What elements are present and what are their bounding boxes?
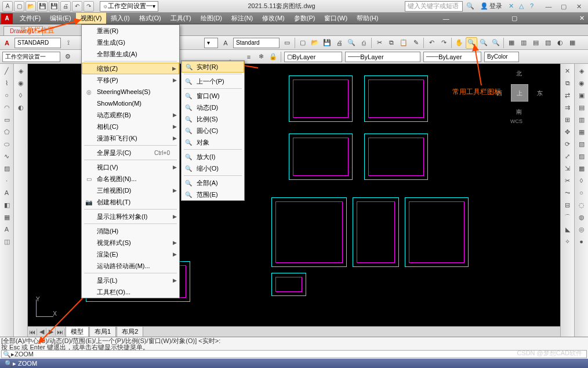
doc-tab[interactable]: Drawing1* (3, 26, 43, 35)
lt-prev-icon[interactable]: ◀ (37, 328, 46, 335)
tb-a-icon[interactable]: A (220, 37, 231, 49)
hatch-icon[interactable]: ▨ (1, 163, 13, 174)
fillet-icon[interactable]: ⌒ (562, 211, 574, 223)
move-icon[interactable]: ✥ (562, 126, 574, 138)
command-line[interactable]: [全部(A)/中心(C)/动态(D)/范围(E)/上一个(P)/比例(S)/窗口… (0, 337, 588, 359)
stretch-icon[interactable]: ⇲ (562, 163, 574, 174)
tb-mark-icon[interactable]: ◐ (554, 37, 566, 49)
m2j-icon[interactable]: ◊ (576, 175, 587, 186)
maximize-button[interactable]: ▢ (557, 2, 571, 11)
menu-item[interactable]: 显示注释性对象(I)▶ (82, 211, 179, 222)
menu-item[interactable]: 🔍缩小(O) (182, 163, 244, 174)
menu-item[interactable]: 🔍放大(I) (182, 151, 244, 163)
menu-item[interactable]: 动态观察(B)▶ (82, 109, 179, 121)
menu-item[interactable]: ▭命名视图(N)... (82, 173, 179, 185)
tb-copy-icon[interactable]: ⧉ (386, 37, 397, 49)
line-icon[interactable]: ╱ (1, 65, 13, 77)
menu-item[interactable]: 🔍窗口(W) (182, 90, 244, 102)
table-icon[interactable]: ▦ (1, 211, 13, 223)
chamfer-icon[interactable]: ◣ (562, 223, 574, 235)
trim-icon[interactable]: ✂ (562, 175, 574, 186)
menu-item[interactable]: 平移(P)▶ (82, 74, 179, 86)
help-search-input[interactable]: 键入关键字或短语 (405, 1, 463, 12)
break-icon[interactable]: ⊟ (562, 199, 574, 211)
tb-zoom-win-icon[interactable]: 🔍 (478, 37, 489, 49)
layer-freeze-icon[interactable]: ❄ (255, 51, 267, 63)
arc-icon[interactable]: ◠ (1, 102, 13, 113)
m2n-icon[interactable]: ◎ (576, 223, 587, 235)
m2b-icon[interactable]: ◉ (576, 77, 587, 89)
save-icon[interactable]: 💾 (37, 1, 48, 12)
color-combo[interactable]: ByColor (484, 52, 519, 62)
layout-tab-2[interactable]: 布局2 (117, 326, 143, 337)
menu-tools[interactable]: 工具(T) (166, 13, 196, 24)
menu-item[interactable]: 运动路径动画(M)... (82, 260, 179, 272)
tool-d-icon[interactable]: ◐ (15, 102, 27, 113)
menu-item[interactable]: 全部重生成(A) (82, 48, 179, 60)
tool-c-icon[interactable]: ◊ (15, 89, 27, 101)
tb-logo-icon[interactable]: A (1, 37, 13, 49)
tb-preview-icon[interactable]: 🔍 (346, 37, 357, 49)
menu-item[interactable]: ShowMotion(M) (82, 98, 179, 109)
app-menu-icon[interactable]: A (2, 1, 13, 12)
m2g-icon[interactable]: ▧ (576, 138, 587, 150)
menu-item[interactable]: 消隐(H) (82, 225, 179, 237)
tb-publish-icon[interactable]: ⎙ (358, 37, 369, 49)
menu-item[interactable]: 🔍全部(A) (182, 177, 244, 189)
menu-item[interactable]: 全屏显示(C)Ctrl+0 (82, 147, 179, 158)
circle-icon[interactable]: ○ (1, 89, 13, 101)
menu-window[interactable]: 窗口(W) (320, 13, 352, 24)
rect-icon[interactable]: ▭ (1, 114, 13, 125)
annoscale-btn[interactable]: ▾ (204, 38, 218, 48)
undo-icon[interactable]: ↶ (72, 1, 82, 12)
menu-item[interactable]: 📷创建相机(T) (82, 196, 179, 208)
print-icon[interactable]: 🖨 (60, 1, 71, 12)
lt-first-icon[interactable]: ⏮ (28, 329, 37, 335)
m2d-icon[interactable]: ▤ (576, 102, 587, 113)
tb-dim-icon[interactable]: ⟟ (63, 37, 74, 49)
offset-icon[interactable]: ⇉ (562, 102, 574, 113)
poly-icon[interactable]: ⬠ (1, 126, 13, 138)
m2a-icon[interactable]: ◈ (576, 65, 587, 77)
mdi-minimize[interactable]: — (441, 14, 452, 23)
exchange-icon[interactable]: ✕ (507, 2, 515, 10)
menu-item[interactable]: 漫游和飞行(K)▶ (82, 132, 179, 144)
ws-gear-icon[interactable]: ⚙ (62, 51, 74, 63)
help-icon[interactable]: ? (528, 2, 536, 10)
menu-edit[interactable]: 编辑(E) (45, 13, 76, 24)
menu-item[interactable]: 缩放(Z)▶ (82, 63, 179, 74)
menu-modify[interactable]: 修改(M) (257, 13, 289, 24)
menu-item[interactable]: 工具栏(O)... (82, 286, 179, 298)
menu-item[interactable]: ◎SteeringWheels(S) (82, 86, 179, 98)
erase-icon[interactable]: ✕ (562, 65, 574, 77)
menu-item[interactable]: 🔍动态(D) (182, 102, 244, 113)
tb-dc-icon[interactable]: ▥ (518, 37, 529, 49)
tb-print-icon[interactable]: 🖨 (333, 37, 345, 49)
layer-combo[interactable]: ▢ ByLayer (284, 52, 342, 62)
menu-item[interactable]: 🔍上一个(P) (182, 75, 244, 87)
menu-item[interactable]: 🔍对象 (182, 136, 244, 148)
lineweight-combo[interactable]: ─── ByLayer (423, 52, 481, 62)
menu-item[interactable]: 三维视图(D)▶ (82, 185, 179, 196)
m2f-icon[interactable]: ▦ (576, 126, 587, 138)
tb-tp-icon[interactable]: ▤ (530, 37, 542, 49)
app-logo-icon[interactable]: A (1, 13, 13, 24)
menu-item[interactable]: 视觉样式(S)▶ (82, 237, 179, 248)
block-icon[interactable]: ◫ (1, 236, 13, 247)
tb-b-icon[interactable]: ▭ (281, 37, 293, 49)
textstyle-combo[interactable]: Standard (233, 38, 280, 48)
open-icon[interactable]: 📂 (26, 1, 36, 12)
layout-tab-1[interactable]: 布局1 (89, 326, 116, 337)
m2o-icon[interactable]: ● (576, 236, 587, 247)
mdi-restore[interactable]: ▢ (509, 13, 520, 23)
tool-b-icon[interactable]: ◉ (15, 77, 27, 89)
tb-pan-icon[interactable]: ✋ (453, 37, 465, 49)
cloud-icon[interactable]: △ (517, 2, 525, 10)
menu-insert[interactable]: 插入(I) (106, 13, 134, 24)
menu-dim[interactable]: 标注(N) (227, 13, 257, 24)
view-cube[interactable]: 北 南 东 西 上 WCS (496, 70, 543, 116)
tb-calc-icon[interactable]: ▦ (567, 37, 578, 49)
lt-last-icon[interactable]: ⏭ (56, 329, 65, 335)
layer-btn-icon[interactable]: ≡ (243, 51, 255, 63)
m2k-icon[interactable]: ○ (576, 187, 587, 199)
